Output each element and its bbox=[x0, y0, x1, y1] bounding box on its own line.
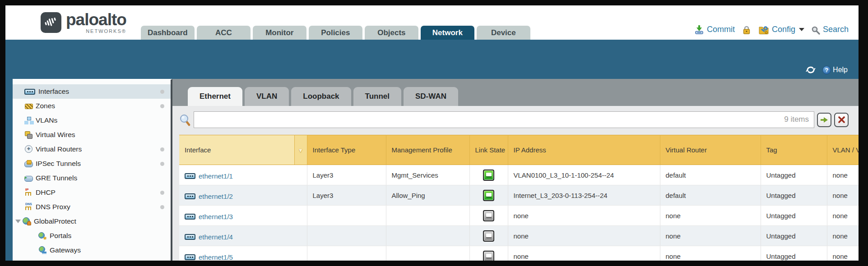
table-row[interactable]: ethernet1/4 none none Untagged none bbox=[179, 226, 859, 246]
globalprotect-icon bbox=[23, 217, 31, 225]
interface-icon bbox=[185, 234, 195, 240]
table-row[interactable]: ethernet1/3 none none Untagged none bbox=[179, 206, 859, 226]
config-icon bbox=[758, 25, 769, 35]
apply-filter-button[interactable] bbox=[817, 113, 831, 127]
interface-link[interactable]: ethernet1/1 bbox=[185, 172, 233, 180]
interfaces-icon bbox=[24, 89, 35, 95]
sidebar-item-interfaces[interactable]: Interfaces bbox=[13, 84, 171, 99]
sidebar-item-vlans[interactable]: VLANs bbox=[13, 113, 171, 128]
interfaces-table: Interface ▼ Interface Type Management Pr… bbox=[179, 135, 859, 261]
search-button[interactable]: Search bbox=[811, 25, 849, 34]
link-state-up-icon bbox=[483, 190, 494, 201]
vlans-icon bbox=[24, 116, 32, 124]
ethernet-content: 9 items bbox=[172, 106, 859, 261]
sidebar-item-clipped[interactable] bbox=[13, 257, 171, 261]
brand-name: paloalto bbox=[66, 12, 126, 28]
virtual-routers-icon bbox=[24, 145, 32, 153]
table-header-row: Interface ▼ Interface Type Management Pr… bbox=[179, 135, 859, 165]
tab-objects[interactable]: Objects bbox=[365, 26, 418, 40]
tab-loopback[interactable]: Loopback bbox=[291, 87, 351, 106]
top-bar: paloalto NETWORKS® Dashboard ACC Monitor… bbox=[5, 5, 859, 40]
interface-icon bbox=[185, 214, 195, 220]
tab-sdwan[interactable]: SD-WAN bbox=[404, 87, 458, 106]
interface-icon bbox=[185, 193, 195, 199]
sidebar-item-ipsec-tunnels[interactable]: IPSec Tunnels bbox=[13, 156, 171, 171]
dhcp-icon: IP bbox=[24, 188, 32, 197]
tab-monitor[interactable]: Monitor bbox=[253, 26, 306, 40]
portals-icon bbox=[38, 232, 46, 240]
screenshot-frame: paloalto NETWORKS® Dashboard ACC Monitor… bbox=[0, 0, 868, 266]
sidebar-item-dhcp[interactable]: IP DHCP bbox=[13, 185, 171, 200]
interface-link[interactable]: ethernet1/3 bbox=[185, 213, 233, 220]
link-state-down-icon bbox=[483, 251, 494, 261]
item-count: 9 items bbox=[784, 115, 809, 124]
tab-network[interactable]: Network bbox=[421, 26, 474, 40]
filter-magnifier-icon bbox=[179, 114, 191, 126]
table-row[interactable]: ethernet1/2 Layer3 Allow_Ping Internet_L… bbox=[179, 185, 859, 206]
column-header-link-state[interactable]: Link State bbox=[469, 135, 508, 165]
sidebar-item-virtual-routers[interactable]: Virtual Routers bbox=[13, 142, 171, 156]
link-state-up-icon bbox=[483, 170, 494, 181]
tab-vlan[interactable]: VLAN bbox=[245, 87, 289, 106]
refresh-icon[interactable] bbox=[805, 65, 816, 74]
panos-app: paloalto NETWORKS® Dashboard ACC Monitor… bbox=[5, 5, 859, 261]
sidebar-item-virtual-wires[interactable]: Virtual Wires bbox=[13, 128, 171, 142]
search-icon bbox=[811, 25, 820, 34]
tab-ethernet[interactable]: Ethernet bbox=[188, 87, 242, 106]
item-dot bbox=[160, 90, 164, 94]
commit-icon bbox=[694, 25, 704, 35]
config-caret-icon bbox=[799, 28, 804, 31]
sidebar-item-dns-proxy[interactable]: DNS DNS Proxy bbox=[13, 200, 171, 214]
column-header-interface-type[interactable]: Interface Type bbox=[307, 135, 386, 165]
column-header-virtual-router[interactable]: Virtual Router bbox=[660, 135, 761, 165]
column-header-vlan-wire[interactable]: VLAN / Virtual Wire bbox=[827, 135, 859, 165]
column-header-tag[interactable]: Tag bbox=[761, 135, 827, 165]
search-label: Search bbox=[823, 25, 849, 34]
commit-label: Commit bbox=[707, 25, 735, 34]
item-dot bbox=[160, 191, 164, 195]
help-button[interactable]: ? Help bbox=[822, 66, 848, 74]
interface-link[interactable]: ethernet1/4 bbox=[185, 233, 233, 241]
virtual-wires-icon bbox=[24, 131, 32, 139]
tab-device[interactable]: Device bbox=[477, 26, 530, 40]
filter-box: 9 items bbox=[194, 111, 814, 128]
tab-policies[interactable]: Policies bbox=[309, 26, 362, 40]
gre-tunnels-icon bbox=[24, 174, 32, 182]
column-header-interface[interactable]: Interface bbox=[179, 135, 294, 165]
filter-input[interactable] bbox=[194, 111, 814, 128]
item-dot bbox=[160, 162, 164, 166]
item-dot bbox=[160, 205, 164, 209]
interface-icon bbox=[185, 173, 195, 179]
zones-icon bbox=[24, 102, 32, 110]
context-bar: ? Help bbox=[5, 40, 859, 79]
collapse-triangle-icon[interactable] bbox=[15, 220, 21, 223]
sidebar-item-gateways[interactable]: Gateways bbox=[13, 243, 171, 257]
sidebar-item-zones[interactable]: Zones bbox=[13, 99, 171, 113]
ipsec-tunnels-icon bbox=[24, 160, 32, 168]
interface-link[interactable]: ethernet1/2 bbox=[185, 193, 233, 200]
sidebar-item-globalprotect[interactable]: GlobalProtect bbox=[13, 214, 171, 229]
config-label: Config bbox=[772, 25, 795, 34]
tab-tunnel[interactable]: Tunnel bbox=[353, 87, 401, 106]
column-header-management-profile[interactable]: Management Profile bbox=[386, 135, 469, 165]
table-row[interactable]: ethernet1/5 none none Untagged none bbox=[179, 246, 859, 261]
clear-filter-button[interactable] bbox=[834, 113, 849, 127]
sidebar-item-gre-tunnels[interactable]: GRE Tunnels bbox=[13, 171, 171, 185]
tab-dashboard[interactable]: Dashboard bbox=[141, 26, 195, 40]
gateways-icon bbox=[38, 246, 46, 254]
tab-acc[interactable]: ACC bbox=[197, 26, 251, 40]
sort-triangle-icon: ▼ bbox=[298, 147, 304, 154]
interface-link[interactable]: ethernet1/5 bbox=[185, 253, 233, 261]
column-sort-dropdown[interactable]: ▼ bbox=[294, 135, 307, 165]
config-button[interactable]: Config bbox=[758, 25, 804, 35]
column-header-ip-address[interactable]: IP Address bbox=[508, 135, 660, 165]
item-dot bbox=[160, 147, 164, 151]
table-row[interactable]: ethernet1/1 Layer3 Mgmt_Services VLAN010… bbox=[179, 165, 859, 185]
main-nav-tabs: Dashboard ACC Monitor Policies Objects N… bbox=[141, 26, 530, 40]
commit-button[interactable]: Commit bbox=[694, 25, 735, 35]
help-row: ? Help bbox=[805, 65, 848, 74]
sidebar-item-portals[interactable]: Portals bbox=[13, 229, 171, 243]
brand-networks: NETWORKS® bbox=[86, 28, 126, 34]
lock-icon[interactable] bbox=[742, 25, 752, 35]
link-state-down-icon bbox=[483, 230, 494, 242]
